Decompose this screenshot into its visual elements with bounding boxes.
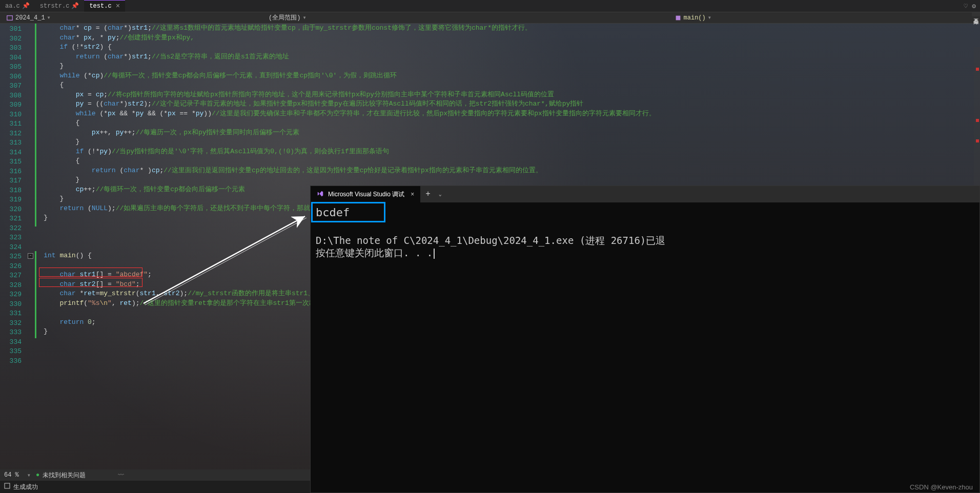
terminal-tab[interactable]: Microsoft Visual Studio 调试 × <box>311 186 420 202</box>
code-line[interactable]: { <box>28 118 980 128</box>
code-line[interactable]: return (char*)str1;//当s2是空字符串，返回的是s1首元素的… <box>28 52 980 62</box>
tab-strstr-c[interactable]: strstr.c 📌 <box>35 0 85 12</box>
code-line[interactable]: } <box>28 175 980 185</box>
code-line[interactable]: px = cp;//将cp指针所指向字符的地址赋给px指针所指向字符的地址，这个… <box>28 90 980 100</box>
line-number: 304 <box>0 53 28 63</box>
terminal-window: Microsoft Visual Studio 调试 × + ⌄ bcdef D… <box>310 186 980 493</box>
project-icon <box>6 14 13 22</box>
breadcrumb-label: (全局范围) <box>269 13 300 22</box>
line-number: 317 <box>0 176 28 186</box>
line-number: 307 <box>0 81 28 91</box>
line-number: 312 <box>0 129 28 139</box>
dropdown-icon: ▾ <box>47 14 51 22</box>
close-icon[interactable]: × <box>411 191 414 198</box>
svg-rect-1 <box>676 15 680 20</box>
tab-label: aa.c <box>5 3 20 10</box>
line-number: 320 <box>0 205 28 215</box>
tab-test-c[interactable]: test.c × <box>84 0 125 12</box>
line-number: 330 <box>0 300 28 310</box>
line-number: 315 <box>0 157 28 167</box>
line-number: 311 <box>0 119 28 129</box>
breadcrumb-label: 2024_4_1 <box>15 14 45 22</box>
dropdown-icon: ▾ <box>708 14 711 22</box>
watermark: CSDN @Keven-zhou <box>910 483 973 491</box>
change-bar <box>35 24 36 227</box>
code-line[interactable]: if (!*str2) { <box>28 43 980 52</box>
line-number: 305 <box>0 63 28 72</box>
code-line[interactable]: while (*px && *py && (*px == *py))//这里是我… <box>28 109 980 119</box>
line-number: 319 <box>0 195 28 205</box>
code-line[interactable]: { <box>28 80 980 90</box>
right-toolbar[interactable]: 命令工具 <box>972 12 980 16</box>
line-number: 335 <box>0 347 28 357</box>
breadcrumb-label: main() <box>684 14 706 22</box>
pin-icon: 📌 <box>71 2 79 10</box>
breadcrumb-project[interactable]: 2024_4_1 ▾ <box>4 14 53 22</box>
code-line[interactable]: } <box>28 61 980 71</box>
breadcrumb-scope[interactable]: (全局范围) ▾ <box>267 13 309 22</box>
line-number: 323 <box>0 233 28 243</box>
build-status: 生成成功 <box>13 483 38 491</box>
tab-dropdown-icon[interactable]: ⌄ <box>436 191 445 197</box>
health-icon[interactable]: ♡ <box>964 2 968 10</box>
close-icon[interactable]: × <box>116 2 120 10</box>
line-number: 327 <box>0 271 28 281</box>
svg-rect-4 <box>5 483 10 488</box>
terminal-output: bcdef <box>316 207 974 219</box>
dropdown-icon: ▾ <box>302 14 306 22</box>
line-number: 328 <box>0 281 28 291</box>
terminal-prompt-line: 按任意键关闭此窗口. . . <box>316 246 974 259</box>
pin-icon: 📌 <box>22 2 30 10</box>
code-line[interactable]: { <box>28 156 980 166</box>
minimap-marker <box>976 68 979 71</box>
code-line[interactable]: return (char* )cp;//这里面我们是返回指针变量cp的地址回去的… <box>28 166 980 176</box>
code-line[interactable]: py = ((char*)str2);//这个是记录子串首元素的地址，如果指针变… <box>28 99 980 109</box>
box-icon <box>4 483 10 491</box>
line-number: 309 <box>0 100 28 110</box>
terminal-body[interactable]: bcdef D:\The note of C\2024_4_1\Debug\20… <box>311 202 979 263</box>
code-line[interactable]: char* px, * py;//创建指针变量px和py, <box>28 33 980 43</box>
function-icon <box>675 14 682 22</box>
line-number: 331 <box>0 309 28 319</box>
gutter: 3013023033043053063073083093103113123133… <box>0 24 28 476</box>
line-number: 306 <box>0 72 28 82</box>
minimap-marker <box>976 119 979 122</box>
line-number: 329 <box>0 290 28 300</box>
line-number: 324 <box>0 243 28 253</box>
line-number: 326 <box>0 262 28 272</box>
tab-bar: aa.c 📌 strstr.c 📌 test.c × ♡ ⚙ <box>0 0 980 12</box>
tab-label: test.c <box>89 3 111 10</box>
terminal-exit-line: D:\The note of C\2024_4_1\Debug\2024_4_1… <box>316 234 974 246</box>
fold-minus-icon[interactable]: - <box>28 253 33 259</box>
line-number: 334 <box>0 338 28 347</box>
terminal-titlebar[interactable]: Microsoft Visual Studio 调试 × + ⌄ <box>311 186 979 202</box>
line-number: 301 <box>0 25 28 34</box>
code-line[interactable]: while (*cp)//每循环一次，指针变量cp都会向后偏移一个元素，直到指针… <box>28 71 980 81</box>
code-line[interactable]: px++, py++;//每遍历一次，px和py指针变量同时向后偏移一个元素 <box>28 128 980 138</box>
line-number: 318 <box>0 186 28 196</box>
line-number: 303 <box>0 44 28 53</box>
line-number: 310 <box>0 110 28 120</box>
line-number: 316 <box>0 167 28 177</box>
tab-label: strstr.c <box>40 3 70 10</box>
tab-aa-c[interactable]: aa.c 📌 <box>0 0 35 12</box>
line-number: 336 <box>0 357 28 366</box>
line-number: 332 <box>0 319 28 328</box>
change-bar <box>35 251 36 338</box>
code-line[interactable]: if (!*py)//当py指针指向的是'\0'字符，然后其Ascll码值为0,… <box>28 147 980 157</box>
code-line[interactable]: char* cp = (char*)str1;//这里将s1数组中的首元素地址赋… <box>28 24 980 33</box>
new-tab-button[interactable]: + <box>420 190 436 199</box>
line-number: 308 <box>0 91 28 101</box>
code-line[interactable]: } <box>28 137 980 147</box>
settings-icon[interactable]: ⚙ <box>972 2 976 10</box>
line-number: 302 <box>0 34 28 44</box>
line-number: 322 <box>0 224 28 234</box>
line-number: 313 <box>0 138 28 148</box>
breadcrumb-func[interactable]: main() ▾ <box>672 14 713 22</box>
breadcrumb-bar: 2024_4_1 ▾ (全局范围) ▾ main() ▾ <box>0 12 980 24</box>
minimap-marker <box>976 139 979 142</box>
vs-icon <box>317 190 324 199</box>
line-number: 321 <box>0 214 28 224</box>
line-number: 314 <box>0 148 28 158</box>
line-number: 333 <box>0 328 28 338</box>
